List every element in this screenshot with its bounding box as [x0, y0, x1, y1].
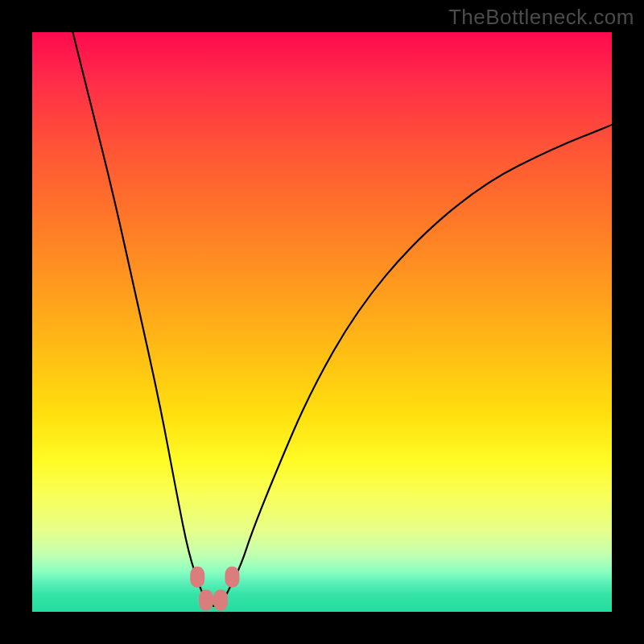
- marker-2: [199, 590, 213, 611]
- marker-layer: [32, 32, 612, 612]
- watermark-text: TheBottleneck.com: [448, 5, 634, 30]
- marker-1: [190, 567, 204, 588]
- marker-3: [213, 590, 228, 611]
- plot-area: [32, 32, 612, 612]
- chart-frame: TheBottleneck.com: [0, 0, 644, 644]
- marker-4: [225, 567, 239, 588]
